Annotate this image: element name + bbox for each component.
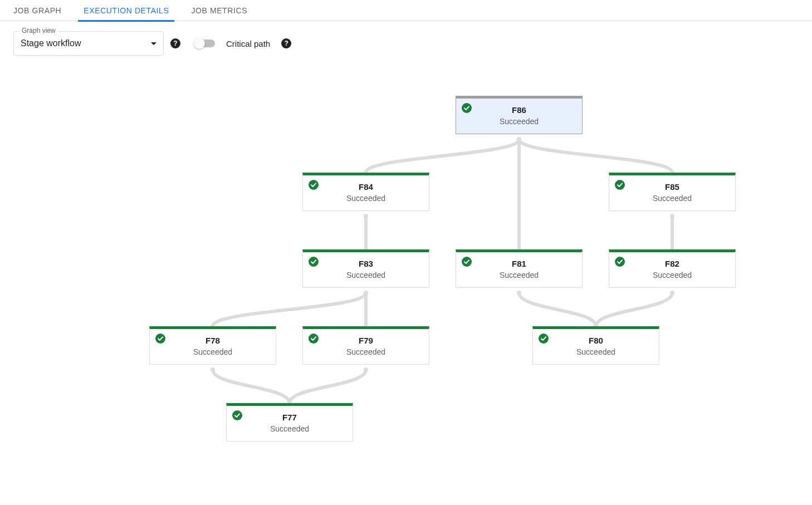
stage-node-status: Succeeded	[233, 424, 346, 433]
stage-node-status: Succeeded	[156, 347, 269, 356]
stage-node-F86[interactable]: F86Succeeded	[456, 96, 583, 134]
stage-node-status: Succeeded	[616, 271, 728, 280]
svg-point-12	[364, 291, 368, 295]
help-icon[interactable]: ?	[170, 38, 180, 48]
svg-point-31	[232, 410, 242, 420]
stage-node-title: F84	[310, 182, 422, 192]
stage-node-status: Succeeded	[463, 271, 575, 280]
svg-point-20	[364, 367, 368, 372]
stage-node-title: F82	[616, 259, 728, 268]
stage-node-title: F85	[616, 182, 728, 192]
svg-point-10	[364, 291, 368, 295]
check-circle-icon	[539, 334, 549, 344]
stage-node-F82[interactable]: F82Succeeded	[609, 249, 736, 288]
svg-point-2	[517, 137, 521, 141]
stage-node-status: Succeeded	[616, 194, 728, 203]
stage-node-title: F83	[310, 259, 422, 268]
check-circle-icon	[615, 257, 625, 267]
check-circle-icon	[309, 257, 319, 267]
stage-node-status: Succeeded	[540, 347, 652, 356]
stage-node-F83[interactable]: F83Succeeded	[302, 249, 429, 288]
stage-node-title: F81	[463, 259, 575, 268]
check-circle-icon	[155, 334, 165, 344]
stage-node-status: Succeeded	[310, 271, 422, 280]
critical-path-toggle[interactable]	[195, 40, 215, 47]
svg-point-29	[309, 334, 319, 344]
svg-point-18	[211, 367, 215, 372]
svg-point-16	[670, 291, 674, 295]
check-circle-icon	[462, 103, 472, 113]
graph-view-label: Graph view	[19, 27, 58, 35]
svg-point-25	[309, 257, 319, 267]
svg-point-8	[670, 214, 674, 218]
svg-point-27	[615, 257, 625, 267]
stage-node-F80[interactable]: F80Succeeded	[532, 326, 659, 365]
stage-workflow-graph[interactable]: F86SucceededF84SucceededF85SucceededF83S…	[0, 66, 812, 505]
stage-node-F84[interactable]: F84Succeeded	[302, 173, 429, 211]
stage-node-title: F79	[310, 336, 422, 345]
check-circle-icon	[615, 180, 625, 190]
help-icon[interactable]: ?	[281, 38, 291, 48]
stage-node-status: Succeeded	[310, 194, 422, 203]
check-circle-icon	[309, 180, 319, 190]
stage-node-F79[interactable]: F79Succeeded	[302, 326, 429, 365]
svg-point-0	[517, 137, 521, 141]
svg-point-30	[539, 334, 549, 344]
graph-view-select[interactable]: Graph view Stage workflow	[13, 31, 164, 56]
stage-node-title: F86	[463, 105, 575, 115]
tab-job-metrics[interactable]: Job metrics	[191, 0, 247, 21]
stage-node-F85[interactable]: F85Succeeded	[609, 173, 736, 211]
check-circle-icon	[232, 410, 242, 420]
svg-point-22	[462, 103, 472, 113]
chevron-down-icon	[151, 42, 156, 45]
svg-point-4	[517, 137, 521, 141]
stage-node-status: Succeeded	[463, 117, 575, 126]
tab-job-graph[interactable]: Job graph	[13, 0, 61, 21]
svg-point-14	[517, 291, 521, 295]
svg-point-26	[462, 257, 472, 267]
svg-point-6	[364, 214, 368, 218]
svg-point-23	[309, 180, 319, 190]
controls-row: Graph view Stage workflow ? Critical pat…	[0, 21, 812, 66]
check-circle-icon	[462, 257, 472, 267]
stage-node-F78[interactable]: F78Succeeded	[149, 326, 276, 365]
svg-point-24	[615, 180, 625, 190]
graph-view-value: Stage workflow	[21, 38, 151, 48]
stage-node-title: F78	[156, 336, 269, 345]
stage-node-title: F80	[540, 336, 652, 345]
stage-node-F81[interactable]: F81Succeeded	[456, 249, 583, 288]
tabs: Job graph Execution details Job metrics	[0, 0, 812, 21]
stage-node-F77[interactable]: F77Succeeded	[226, 403, 353, 442]
stage-node-status: Succeeded	[310, 347, 422, 356]
svg-point-28	[155, 334, 165, 344]
tab-execution-details[interactable]: Execution details	[84, 0, 169, 21]
check-circle-icon	[309, 334, 319, 344]
stage-node-title: F77	[233, 413, 346, 422]
critical-path-label: Critical path	[226, 39, 270, 48]
